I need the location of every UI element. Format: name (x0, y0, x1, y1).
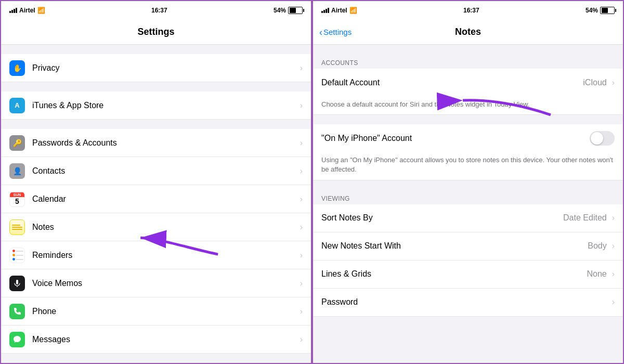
messages-label: Messages (32, 335, 297, 344)
status-right-r: 54% (586, 7, 615, 14)
chevron-icon: › (612, 78, 615, 87)
sort-notes-value: Date Edited (563, 213, 607, 223)
settings-row-contacts[interactable]: 👤 Contacts › (1, 157, 311, 185)
notes-icon (9, 219, 25, 235)
chevron-icon: › (300, 335, 303, 344)
settings-row-calendar[interactable]: SUN 5 Calendar › (1, 185, 311, 213)
settings-row-privacy[interactable]: ✋ Privacy › (1, 54, 311, 82)
password-label: Password (321, 297, 609, 307)
chevron-icon: › (300, 101, 303, 110)
settings-row-lines-grids[interactable]: Lines & Grids None › (313, 261, 623, 289)
settings-row-onmyiphone[interactable]: "On My iPhone" Account (313, 124, 623, 152)
carrier-label-r: Airtel (331, 7, 347, 14)
status-bar-right: Airtel 📶 16:37 54% (313, 1, 623, 20)
battery-percent-r: 54% (586, 7, 598, 14)
page-title-left: Settings (137, 27, 174, 37)
chevron-icon: › (300, 138, 303, 148)
new-notes-value: Body (588, 241, 606, 251)
settings-row-passwords[interactable]: 🔑 Passwords & Accounts › (1, 129, 311, 157)
chevron-icon: › (300, 166, 303, 176)
sort-notes-label: Sort Notes By (321, 213, 563, 223)
chevron-icon: › (612, 269, 615, 279)
nav-bar-left: Settings (1, 20, 311, 45)
notes-settings-content: ACCOUNTS Default Account iCloud › Choose… (313, 45, 623, 363)
onmyiphone-info: Using an "On My iPhone" account allows y… (313, 152, 623, 180)
status-left: Airtel 📶 (9, 7, 45, 14)
privacy-icon: ✋ (9, 60, 25, 76)
time-label-r: 16:37 (463, 7, 479, 14)
status-right: 54% (274, 7, 303, 14)
chevron-icon: › (300, 307, 303, 316)
calendar-icon: SUN 5 (9, 191, 25, 207)
carrier-label: Airtel (19, 7, 35, 14)
viewing-section-header: VIEWING (313, 190, 623, 204)
reminders-icon (9, 248, 25, 263)
phone-icon (9, 304, 25, 319)
chevron-icon: › (300, 194, 303, 204)
messages-icon (9, 332, 25, 347)
onmyiphone-toggle[interactable] (590, 131, 615, 146)
time-label: 16:37 (151, 7, 167, 14)
privacy-label: Privacy (32, 63, 297, 73)
chevron-icon: › (300, 223, 303, 232)
default-account-value: iCloud (583, 78, 606, 87)
battery-icon (288, 7, 303, 14)
contacts-icon: 👤 (9, 163, 25, 179)
settings-row-password[interactable]: Password › (313, 289, 623, 317)
itunes-label: iTunes & App Store (32, 101, 297, 110)
calendar-label: Calendar (32, 194, 297, 204)
settings-row-sort-notes[interactable]: Sort Notes By Date Edited › (313, 204, 623, 232)
new-notes-label: New Notes Start With (321, 241, 588, 251)
wifi-icon: 📶 (37, 7, 45, 14)
accounts-section-header: ACCOUNTS (313, 54, 623, 69)
itunes-icon: A (9, 98, 25, 113)
chevron-icon: › (612, 241, 615, 251)
lines-grids-value: None (587, 269, 606, 279)
settings-row-default-account[interactable]: Default Account iCloud › (313, 69, 623, 97)
passwords-icon: 🔑 (9, 135, 25, 151)
wifi-icon-r: 📶 (349, 7, 357, 14)
voicememos-label: Voice Memos (32, 279, 297, 288)
chevron-icon: › (612, 213, 615, 223)
settings-row-voicememos[interactable]: Voice Memos › (1, 269, 311, 297)
toggle-thumb (591, 132, 603, 145)
status-left-r: Airtel 📶 (321, 7, 357, 14)
settings-row-itunes[interactable]: A iTunes & App Store › (1, 92, 311, 120)
lines-grids-label: Lines & Grids (321, 269, 587, 279)
chevron-icon: › (300, 279, 303, 288)
signal-bars (9, 8, 17, 13)
battery-icon-r (600, 7, 615, 14)
svg-rect-1 (16, 280, 18, 284)
settings-row-notes[interactable]: Notes › (1, 213, 311, 241)
contacts-label: Contacts (32, 166, 297, 176)
signal-bars-r (321, 8, 329, 13)
left-phone: Airtel 📶 16:37 54% Settings ✋ Privacy › (0, 0, 312, 364)
chevron-icon: › (612, 297, 615, 307)
notes-label: Notes (32, 223, 297, 232)
right-phone: Airtel 📶 16:37 54% ‹ Settings Notes ACCO… (312, 0, 624, 364)
chevron-icon: › (300, 251, 303, 260)
page-title-right: Notes (455, 27, 481, 37)
chevron-icon: › (300, 63, 303, 73)
settings-list: ✋ Privacy › A iTunes & App Store › 🔑 Pas… (1, 45, 311, 363)
voicememos-icon (9, 276, 25, 291)
settings-row-messages[interactable]: Messages › (1, 326, 311, 354)
phone-label: Phone (32, 307, 297, 316)
onmyiphone-label: "On My iPhone" Account (321, 134, 586, 143)
nav-bar-right: ‹ Settings Notes (313, 20, 623, 45)
battery-percent: 54% (274, 7, 286, 14)
passwords-label: Passwords & Accounts (32, 138, 297, 148)
status-bar-left: Airtel 📶 16:37 54% (1, 1, 311, 20)
default-account-label: Default Account (321, 78, 583, 87)
back-button[interactable]: ‹ Settings (319, 28, 352, 37)
settings-row-new-notes[interactable]: New Notes Start With Body › (313, 232, 623, 261)
settings-row-phone[interactable]: Phone › (1, 297, 311, 326)
back-chevron-icon: ‹ (319, 28, 322, 37)
default-account-info: Choose a default account for Siri and th… (313, 97, 623, 115)
settings-row-reminders[interactable]: Reminders › (1, 241, 311, 269)
back-label: Settings (323, 28, 352, 36)
reminders-label: Reminders (32, 251, 297, 260)
